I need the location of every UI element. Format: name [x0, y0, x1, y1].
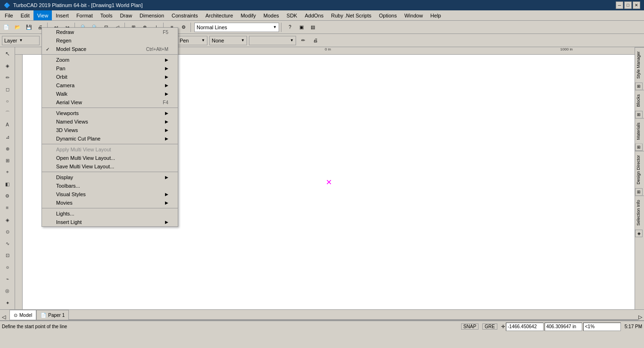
view-btn2[interactable]: ▤	[307, 22, 318, 33]
menu-entry-3d-views[interactable]: 3D Views ▶	[42, 126, 178, 134]
sep-2	[42, 108, 178, 108]
tool-13[interactable]: ⚙	[1, 191, 14, 202]
scroll-left[interactable]: ◁	[2, 314, 6, 320]
layer-dropdown[interactable]: Layer ▼	[2, 36, 40, 45]
tool-12[interactable]: ◧	[1, 179, 14, 190]
help-btn[interactable]: ?	[285, 22, 295, 33]
viewports-label: Viewports	[56, 110, 79, 116]
menu-entry-movies[interactable]: Movies ▶	[42, 199, 178, 207]
tool-6[interactable]: ⌒	[1, 108, 14, 119]
maximize-button[interactable]: □	[624, 1, 632, 9]
menu-window[interactable]: Window	[401, 10, 427, 20]
panel-materials[interactable]: Materials	[635, 118, 644, 144]
open-btn[interactable]: 📂	[12, 22, 23, 33]
menu-constraints[interactable]: Constraints	[168, 10, 202, 20]
tool-22[interactable]: ✦	[1, 297, 14, 308]
menu-entry-display[interactable]: Display ▶	[42, 173, 178, 182]
menu-modify[interactable]: Modify	[237, 10, 259, 20]
menu-addons[interactable]: AddOns	[301, 10, 327, 20]
menu-ruby[interactable]: Ruby .Net Scripts	[327, 10, 375, 20]
menu-sdk[interactable]: SDK	[283, 10, 301, 20]
tool-14[interactable]: ≡	[1, 202, 14, 214]
menu-insert[interactable]: Insert	[52, 10, 73, 20]
tab-model[interactable]: ⊙ Model	[9, 310, 36, 320]
panel-icon-4[interactable]: ⊞	[635, 188, 643, 196]
save-btn[interactable]: 💾	[24, 22, 34, 33]
menu-entry-visual-styles[interactable]: Visual Styles ▶	[42, 190, 178, 199]
menu-entry-zoom[interactable]: Zoom ▶	[42, 56, 178, 64]
menu-entry-pan[interactable]: Pan ▶	[42, 64, 178, 73]
tool-2[interactable]: ◈	[1, 60, 14, 71]
menu-entry-regen[interactable]: Regen	[42, 36, 178, 45]
menu-entry-insert-light[interactable]: Insert Light ▶	[42, 218, 178, 226]
menu-entry-aerial[interactable]: Aerial View F4	[42, 98, 178, 107]
tab-paper1[interactable]: 📄 Paper 1	[36, 310, 69, 320]
coord-x: -1466.450642	[506, 323, 544, 331]
tool-7[interactable]: A	[1, 119, 14, 131]
menu-modes[interactable]: Modes	[260, 10, 283, 20]
menu-entry-save-multi[interactable]: Save Multi View Layout...	[42, 162, 178, 171]
redraw-shortcut: F5	[163, 30, 168, 35]
tool-4[interactable]: ◻	[1, 83, 14, 95]
fill-dropdown[interactable]: ▼	[249, 36, 296, 45]
menu-entry-dynamic-cut[interactable]: Dynamic Cut Plane ▶	[42, 134, 178, 143]
panel-icon-1[interactable]: ⊞	[635, 83, 643, 90]
tool-10[interactable]: ⊞	[1, 155, 14, 166]
tool-20[interactable]: ⌁	[1, 273, 14, 285]
panel-blocks[interactable]: Blocks	[635, 90, 644, 111]
tool-16[interactable]: ⊙	[1, 226, 14, 237]
menu-edit[interactable]: Edit	[17, 10, 33, 20]
minimize-button[interactable]: ─	[616, 1, 623, 9]
panel-design-director[interactable]: Design Director	[635, 151, 644, 188]
scroll-right[interactable]: ▷	[638, 314, 642, 320]
menu-entry-named-views[interactable]: Named Views ▶	[42, 117, 178, 126]
panel-icon-2[interactable]: ⊞	[635, 111, 643, 118]
menu-entry-open-multi[interactable]: Open Multi View Layout...	[42, 154, 178, 162]
menu-tools[interactable]: Tools	[97, 10, 116, 20]
tool-8[interactable]: ⊿	[1, 131, 14, 142]
menu-entry-lights[interactable]: Lights...	[42, 209, 178, 218]
tool-17[interactable]: ∿	[1, 238, 14, 249]
menu-entry-orbit[interactable]: Orbit ▶	[42, 73, 178, 81]
title-bar-controls[interactable]: ─ □ ✕	[616, 1, 640, 9]
select-tool[interactable]: ↖	[1, 48, 14, 59]
print-area[interactable]: 🖨	[310, 35, 321, 46]
menu-entry-walk[interactable]: Walk ▶	[42, 90, 178, 98]
menu-view[interactable]: View	[33, 10, 52, 20]
pen-tool[interactable]: ✏	[298, 35, 308, 46]
menu-architecture[interactable]: Architecture	[202, 10, 237, 20]
menu-entry-model-space[interactable]: Model Space Ctrl+Alt+M	[42, 45, 178, 53]
display-arrow: ▶	[165, 175, 168, 180]
tool-21[interactable]: ◎	[1, 285, 14, 297]
panel-style-manager[interactable]: Style Manager	[635, 47, 644, 83]
snap-indicator[interactable]: SNAP	[461, 323, 479, 330]
grd-indicator[interactable]: GRE	[482, 323, 497, 330]
tool-18[interactable]: ⊡	[1, 249, 14, 261]
menu-file[interactable]: File	[1, 10, 17, 20]
none-dropdown[interactable]: None ▼	[209, 36, 247, 45]
menu-entry-redraw[interactable]: Redraw F5	[42, 28, 178, 36]
close-button[interactable]: ✕	[633, 1, 640, 9]
menu-format[interactable]: Format	[73, 10, 97, 20]
menu-help[interactable]: Help	[427, 10, 445, 20]
normal-lines-dropdown[interactable]: Normal Lines ▼	[194, 23, 279, 32]
menu-entry-camera[interactable]: Camera ▶	[42, 81, 178, 90]
tool-9[interactable]: ⊕	[1, 143, 14, 154]
tool-15[interactable]: ◈	[1, 214, 14, 225]
tool-11[interactable]: ⌖	[1, 166, 14, 178]
new-btn[interactable]: 📄	[1, 22, 11, 33]
tool-5[interactable]: ○	[1, 96, 14, 107]
menu-draw[interactable]: Draw	[116, 10, 136, 20]
view-btn1[interactable]: ▣	[296, 22, 306, 33]
tool-3[interactable]: ✏	[1, 72, 14, 83]
panel-selection-info[interactable]: Selection Info	[635, 196, 644, 230]
tool-19[interactable]: ⌾	[1, 262, 14, 273]
menu-entry-toolbars[interactable]: Toolbars...	[42, 182, 178, 190]
properties-btn[interactable]: ⚙	[178, 22, 189, 33]
menu-options[interactable]: Options	[375, 10, 401, 20]
menu-dimension[interactable]: Dimension	[136, 10, 168, 20]
cursor-crosshair: ✕	[326, 178, 332, 187]
menu-entry-viewports[interactable]: Viewports ▶	[42, 109, 178, 117]
panel-icon-3[interactable]: ⊞	[635, 143, 643, 151]
panel-icon-5[interactable]: ◈	[635, 230, 643, 237]
